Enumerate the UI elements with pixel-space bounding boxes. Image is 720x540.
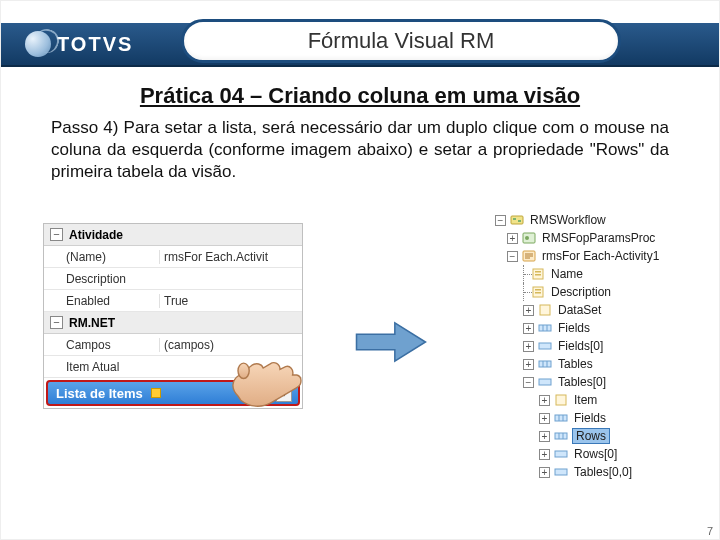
collapse-icon[interactable]: − bbox=[50, 228, 63, 241]
tree-node[interactable]: + Tables[0,0] bbox=[491, 463, 691, 481]
workflow-icon bbox=[510, 214, 524, 226]
section-heading: Prática 04 – Criando coluna em uma visão bbox=[1, 83, 719, 109]
chevron-down-icon bbox=[280, 391, 288, 397]
property-value[interactable]: True bbox=[159, 294, 302, 308]
svg-rect-14 bbox=[539, 325, 551, 331]
tree-node[interactable]: − Tables[0] bbox=[491, 373, 691, 391]
tree-label-selected: Rows bbox=[572, 428, 610, 444]
tree-label: RMSWorkflow bbox=[528, 211, 608, 229]
svg-rect-22 bbox=[556, 395, 566, 405]
collapse-icon[interactable]: − bbox=[523, 377, 534, 388]
svg-rect-2 bbox=[513, 218, 516, 220]
selected-property-label: Lista de Items bbox=[56, 386, 143, 401]
tree-node[interactable]: + Fields bbox=[491, 409, 691, 427]
tree-connector bbox=[523, 265, 531, 283]
property-category-rmnet[interactable]: − RM.NET bbox=[44, 312, 302, 334]
tree-node[interactable]: Description bbox=[491, 283, 691, 301]
tree-label: DataSet bbox=[556, 301, 603, 319]
svg-rect-17 bbox=[539, 343, 551, 349]
property-key: (Name) bbox=[44, 250, 159, 264]
property-key: Enabled bbox=[44, 294, 159, 308]
tree-node[interactable]: + Fields bbox=[491, 319, 691, 337]
svg-rect-13 bbox=[540, 305, 550, 315]
svg-rect-9 bbox=[535, 274, 541, 276]
property-row[interactable]: Enabled True bbox=[44, 290, 302, 312]
tree-node[interactable]: − rmsFor Each-Activity1 bbox=[491, 247, 691, 265]
tree-label: RMSFopParamsProc bbox=[540, 229, 657, 247]
tree-label: Rows[0] bbox=[572, 445, 619, 463]
dataset-icon bbox=[538, 304, 552, 316]
property-grid: − Atividade (Name) rmsFor Each.Activit D… bbox=[43, 223, 303, 409]
expand-icon[interactable]: + bbox=[539, 449, 550, 460]
expand-icon[interactable]: + bbox=[523, 341, 534, 352]
expand-icon[interactable]: + bbox=[539, 395, 550, 406]
svg-rect-1 bbox=[511, 216, 523, 224]
marker-icon bbox=[151, 388, 161, 398]
collapse-icon[interactable]: − bbox=[495, 215, 506, 226]
tree-node[interactable]: + DataSet bbox=[491, 301, 691, 319]
tree-label: Fields bbox=[572, 409, 608, 427]
instruction-text: Passo 4) Para setar a lista, será necess… bbox=[51, 117, 669, 183]
tree-node[interactable]: + Item bbox=[491, 391, 691, 409]
svg-rect-11 bbox=[535, 289, 541, 291]
property-row[interactable]: (Name) rmsFor Each.Activit bbox=[44, 246, 302, 268]
property-value[interactable]: (campos) bbox=[159, 338, 302, 352]
object-tree: − RMSWorkflow + RMSFopParamsProc − rmsFo… bbox=[491, 211, 691, 481]
tree-node[interactable]: + Rows[0] bbox=[491, 445, 691, 463]
activity-icon bbox=[522, 250, 536, 262]
property-row-selected[interactable]: Lista de Items bbox=[46, 380, 300, 406]
collection-item-icon bbox=[538, 376, 552, 388]
tree-label: Fields[0] bbox=[556, 337, 605, 355]
tree-node[interactable]: Name bbox=[491, 265, 691, 283]
category-label: Atividade bbox=[69, 228, 123, 242]
arrow-right-icon bbox=[351, 319, 431, 365]
brand-text: TOTVS bbox=[57, 33, 133, 56]
expand-icon[interactable]: + bbox=[539, 431, 550, 442]
tree-node-rows[interactable]: + Rows bbox=[491, 427, 691, 445]
tree-node[interactable]: + Tables bbox=[491, 355, 691, 373]
collection-item-icon bbox=[554, 448, 568, 460]
property-value[interactable]: rmsFor Each.Activit bbox=[159, 250, 302, 264]
property-icon bbox=[554, 394, 568, 406]
property-category-atividade[interactable]: − Atividade bbox=[44, 224, 302, 246]
tree-node[interactable]: + Fields[0] bbox=[491, 337, 691, 355]
property-key: Item Atual bbox=[44, 360, 159, 374]
collection-icon bbox=[538, 322, 552, 334]
svg-rect-23 bbox=[555, 415, 567, 421]
collection-icon bbox=[554, 430, 568, 442]
property-key: Campos bbox=[44, 338, 159, 352]
expand-icon[interactable]: + bbox=[523, 305, 534, 316]
tree-node[interactable]: + RMSFopParamsProc bbox=[491, 229, 691, 247]
page-number: 7 bbox=[707, 525, 713, 537]
collapse-icon[interactable]: − bbox=[50, 316, 63, 329]
property-row[interactable]: Item Atual bbox=[44, 356, 302, 378]
brand-logo: TOTVS bbox=[25, 31, 133, 57]
tree-label: Description bbox=[549, 283, 613, 301]
expand-icon[interactable]: + bbox=[523, 359, 534, 370]
globe-icon bbox=[25, 31, 51, 57]
tree-node-root[interactable]: − RMSWorkflow bbox=[491, 211, 691, 229]
svg-point-5 bbox=[525, 236, 529, 240]
svg-rect-3 bbox=[518, 220, 521, 222]
expand-icon[interactable]: + bbox=[539, 467, 550, 478]
expand-icon[interactable]: + bbox=[507, 233, 518, 244]
expand-icon[interactable]: + bbox=[523, 323, 534, 334]
property-row[interactable]: Campos (campos) bbox=[44, 334, 302, 356]
expand-icon[interactable]: + bbox=[539, 413, 550, 424]
svg-rect-21 bbox=[539, 379, 551, 385]
tree-label: Item bbox=[572, 391, 599, 409]
tree-label: Tables bbox=[556, 355, 595, 373]
collapse-icon[interactable]: − bbox=[507, 251, 518, 262]
dropdown-button[interactable] bbox=[276, 386, 292, 402]
collection-icon bbox=[538, 358, 552, 370]
svg-rect-26 bbox=[555, 433, 567, 439]
tree-label: Fields bbox=[556, 319, 592, 337]
params-icon bbox=[522, 232, 536, 244]
property-key: Description bbox=[44, 272, 159, 286]
collection-item-icon bbox=[554, 466, 568, 478]
collection-item-icon bbox=[538, 340, 552, 352]
svg-rect-12 bbox=[535, 292, 541, 294]
property-row[interactable]: Description bbox=[44, 268, 302, 290]
svg-rect-18 bbox=[539, 361, 551, 367]
svg-rect-29 bbox=[555, 451, 567, 457]
